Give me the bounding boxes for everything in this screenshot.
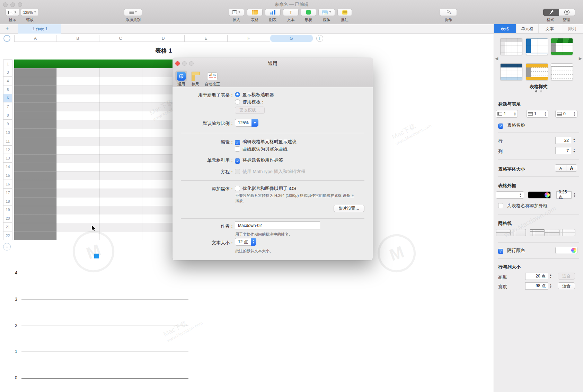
column-header-e[interactable]: E <box>185 35 228 42</box>
stepper-arrows-icon[interactable]: ▲▼ <box>549 274 552 279</box>
font-smaller-button[interactable]: A <box>555 164 566 172</box>
checkbox-show-suggestions[interactable]: ✓编辑表格单元格时显示建议 <box>235 139 297 145</box>
row-header[interactable]: 15 <box>3 171 12 180</box>
table-style-navy[interactable] <box>500 63 522 80</box>
color-wheel-icon[interactable] <box>545 192 550 198</box>
add-row-handle[interactable]: = <box>3 243 11 250</box>
insert-button[interactable]: ▼ <box>229 9 244 16</box>
dialog-titlebar[interactable]: 通用 <box>173 58 373 69</box>
row-header[interactable]: 17 <box>3 189 12 197</box>
font-size-segmented[interactable]: A A <box>555 164 577 172</box>
table-title[interactable]: 表格 1 <box>14 47 313 55</box>
stepper-arrows-icon[interactable]: ▲▼ <box>573 192 576 197</box>
row-header[interactable]: 10 <box>3 128 12 137</box>
default-zoom-popup[interactable]: 125%▼ <box>235 119 258 127</box>
color-wheel-icon[interactable] <box>571 248 576 253</box>
table-style-green-current[interactable] <box>551 38 573 55</box>
row-header[interactable]: 22 <box>3 231 12 240</box>
add-category-button[interactable]: ▼ <box>124 9 142 16</box>
column-header-f[interactable]: F <box>228 35 270 42</box>
table-style-blue[interactable] <box>526 38 548 55</box>
zoom-dropdown[interactable]: 125% ▼ <box>21 9 39 16</box>
columns-count-field[interactable]: 7 <box>555 147 571 154</box>
outline-color-well-black[interactable] <box>528 191 551 199</box>
rows-count-field[interactable]: 22 <box>555 137 571 144</box>
alternating-color-well[interactable] <box>555 247 577 254</box>
tab-table[interactable]: 表格 <box>494 24 516 33</box>
row-header[interactable]: 18 <box>3 197 12 206</box>
table-select-handle[interactable] <box>3 35 10 42</box>
format-button[interactable] <box>543 9 559 16</box>
row-header[interactable]: 20 <box>3 214 12 223</box>
column-header-g-selected[interactable]: G <box>270 35 313 42</box>
row-header[interactable]: 13 <box>3 154 12 163</box>
row-header[interactable]: 21 <box>3 223 12 231</box>
tab-autocorrect[interactable]: abc 自动改正 <box>202 71 222 87</box>
column-header-b[interactable]: B <box>56 35 99 42</box>
text-button[interactable]: T <box>283 9 299 16</box>
styles-next-arrow-icon[interactable]: ▶ <box>579 56 582 61</box>
author-field[interactable]: Macdown-02 <box>235 221 320 229</box>
movie-settings-button[interactable]: 影片设置… <box>334 205 364 212</box>
stepper-arrows-icon[interactable]: ▲▼ <box>573 138 575 143</box>
checkbox-optimize-ios[interactable]: 优化影片和图像以用于 iOS <box>235 185 296 192</box>
header-columns-stepper[interactable]: 1 ▲▼ <box>496 110 518 118</box>
comment-button[interactable] <box>337 9 352 16</box>
column-header-c[interactable]: C <box>99 35 142 42</box>
row-height-field[interactable]: 20 点 <box>525 273 548 280</box>
outline-width-field[interactable]: 0.25 点 <box>556 191 572 199</box>
row-header[interactable]: 4 <box>3 77 12 85</box>
row-header[interactable]: 14 <box>3 163 12 171</box>
collaborate-button[interactable] <box>440 9 457 16</box>
row-header-highlighted[interactable]: 6 <box>3 94 12 103</box>
footer-rows-stepper[interactable]: 0 ▲▼ <box>555 110 577 118</box>
font-larger-button[interactable]: A <box>566 164 577 172</box>
tab-arrange[interactable]: 排列 <box>561 24 583 33</box>
table-button[interactable] <box>247 9 263 16</box>
footer-gridlines-button[interactable] <box>560 229 575 236</box>
media-button[interactable]: ▼ <box>318 9 335 16</box>
row-header[interactable]: 12 <box>3 146 12 154</box>
stepper-arrows-icon[interactable]: ▲▼ <box>549 283 552 288</box>
outline-line-style-dropdown[interactable]: ▲▼ <box>496 191 524 199</box>
tab-rulers[interactable]: 标尺 <box>188 71 202 87</box>
row-header[interactable]: 5 <box>3 85 12 94</box>
tab-text[interactable]: 文本 <box>539 24 561 33</box>
table-style-plain[interactable] <box>500 38 522 55</box>
header-gridlines-button[interactable] <box>530 229 545 236</box>
add-column-handle[interactable]: ‖ <box>316 35 323 42</box>
table-style-dashed[interactable] <box>551 63 573 80</box>
organize-button[interactable] <box>559 9 575 16</box>
add-sheet-button[interactable]: + <box>6 25 9 31</box>
checkbox-header-names[interactable]: ✓将标题名称用作标签 <box>235 157 283 164</box>
width-fit-button[interactable]: 适合 <box>558 282 575 289</box>
row-header[interactable]: 8 <box>3 111 12 120</box>
table-name-outline-checkbox[interactable]: 为表格名称添加外框 <box>498 203 548 209</box>
row-header[interactable]: 16 <box>3 180 12 189</box>
column-header-a[interactable]: A <box>14 35 56 42</box>
table-style-yellow[interactable] <box>526 63 548 80</box>
row-header[interactable]: 11 <box>3 137 12 146</box>
row-header[interactable]: 1 <box>3 60 12 68</box>
header-column-gridlines-button[interactable] <box>545 229 560 236</box>
styles-page-dots[interactable] <box>494 90 583 92</box>
chart-button[interactable] <box>265 9 281 16</box>
styles-prev-arrow-icon[interactable]: ◀ <box>495 56 498 61</box>
radio-use-template[interactable]: 使用模板： <box>235 99 265 105</box>
row-header[interactable]: 9 <box>3 120 12 128</box>
alternating-row-color-checkbox[interactable]: ✓ 隔行颜色 <box>498 247 525 254</box>
tab-general[interactable]: 通用 <box>174 71 188 87</box>
column-width-field[interactable]: 98 点 <box>525 282 548 290</box>
text-size-stepper[interactable]: 12 点 ▲▼ <box>235 238 256 246</box>
tab-cell[interactable]: 单元格 <box>516 24 539 33</box>
row-header[interactable]: 3 <box>3 68 12 77</box>
stepper-arrows-icon[interactable]: ▲▼ <box>573 148 575 153</box>
gridlines-header-segmented[interactable] <box>530 229 575 236</box>
row-header[interactable]: 19 <box>3 206 12 215</box>
sheet-tab-active[interactable]: 工作表 1 <box>18 24 61 34</box>
checkbox-bezier-curves[interactable]: 曲线默认为贝塞尔曲线 <box>235 146 288 152</box>
header-rows-stepper[interactable]: 1 ▲▼ <box>526 110 548 118</box>
column-header-d[interactable]: D <box>142 35 185 42</box>
view-button[interactable]: ▼ <box>6 9 19 16</box>
shape-button[interactable] <box>301 9 316 16</box>
